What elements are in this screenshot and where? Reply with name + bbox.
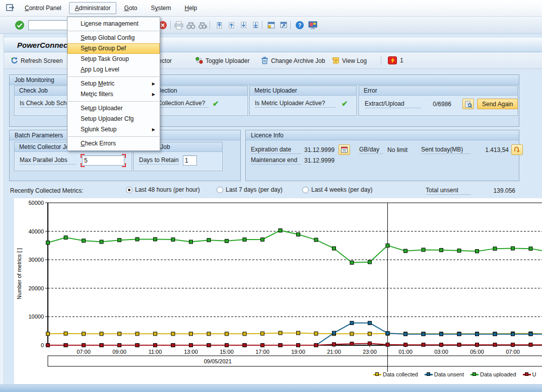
menu-bar-items: Control PanelAdministratorGotoSystemHelp	[19, 2, 205, 14]
administrator-dropdown-menu: License managementSetup Global ConfigSet…	[67, 17, 160, 151]
menu-separator	[68, 101, 159, 102]
menu-item-setup-uploader-cfg[interactable]: Setup Uploader Cfg	[67, 114, 160, 124]
svg-text:09:00: 09:00	[112, 349, 126, 355]
radio-option-last-48-hours-per-hour[interactable]: Last 48 hours (per hour)	[126, 186, 200, 193]
legend-marker-icon	[523, 374, 531, 375]
chart-canvas: 0100002000030000400005000007:0009:0011:0…	[14, 198, 542, 384]
error-subpanel: Error Extract/Upload 0/6986 Send Again	[359, 86, 518, 116]
menu-item-check-errors[interactable]: Check Errors	[67, 138, 160, 149]
menubar-item-goto[interactable]: Goto	[118, 2, 143, 14]
gb-day-label: GB/day	[359, 146, 383, 154]
chart-legend: Data collectedData unsentData uploadedU	[373, 371, 536, 377]
svg-text:05:00: 05:00	[470, 349, 484, 355]
sent-today-label: Sent today(MB)	[421, 146, 470, 154]
change-archive-job-button[interactable]: Change Archive Job	[261, 56, 325, 66]
menubar-item-control-panel[interactable]: Control Panel	[19, 2, 67, 14]
menubar-item-help[interactable]: Help	[178, 2, 203, 14]
find-icon[interactable]	[185, 20, 196, 30]
radio-option-last-4-weeks-per-day[interactable]: Last 4 weeks (per day)	[302, 186, 372, 193]
radio-button[interactable]	[126, 187, 132, 193]
submenu-arrow-icon: ▶	[152, 79, 155, 89]
expiration-date-value: 31.12.9999	[304, 146, 336, 153]
sent-today-value: 1.413,54	[478, 146, 509, 153]
svg-text:01:00: 01:00	[398, 349, 413, 355]
recalculate-icon-button[interactable]	[511, 144, 523, 155]
menubar-item-administrator[interactable]: Administrator	[69, 2, 117, 14]
panel-title: Licence Info	[246, 130, 519, 140]
svg-text:07:00: 07:00	[77, 349, 91, 355]
svg-text:30000: 30000	[28, 257, 44, 263]
radio-button[interactable]	[302, 187, 309, 193]
enter-icon[interactable]	[14, 20, 25, 30]
menu-item-license-management[interactable]: License management	[67, 19, 160, 29]
toolbar-separator	[290, 21, 291, 29]
new-session-icon[interactable]	[266, 20, 277, 30]
menubar-item-system[interactable]: System	[145, 2, 177, 14]
toolbar-separator	[381, 56, 381, 65]
toolbar-separator	[210, 21, 210, 29]
max-parallel-jobs-input[interactable]	[82, 155, 124, 166]
display-errors-icon-button[interactable]	[462, 99, 474, 109]
svg-text:50000: 50000	[28, 200, 44, 206]
refresh-screen-button[interactable]: Refresh Screen	[10, 56, 62, 66]
menu-item-setup-uploader[interactable]: Setup Uploader	[67, 103, 160, 114]
first-page-icon[interactable]	[214, 20, 225, 30]
menu-item-setup-metric[interactable]: Setup Metric▶	[67, 79, 160, 89]
shortcut-icon[interactable]	[278, 20, 289, 30]
radio-option-last-7-days-per-day[interactable]: Last 7 days (per day)	[217, 186, 283, 193]
window-menu-icon[interactable]	[6, 4, 15, 13]
legend-item-data-collected: Data collected	[373, 371, 418, 377]
view-log-button[interactable]: View Log	[331, 56, 367, 66]
error-lightning-badge[interactable]	[388, 56, 397, 64]
toolbar-separator	[170, 21, 171, 29]
svg-text:09/05/2021: 09/05/2021	[204, 358, 232, 364]
menu-item-splunk-setup[interactable]: Splunk Setup▶	[67, 124, 160, 135]
toggle-uploader-button[interactable]: Toggle Uploader	[195, 56, 249, 66]
page-down-icon[interactable]	[238, 20, 249, 30]
expiration-date-label: Expiration date	[251, 146, 301, 154]
print-icon[interactable]	[173, 20, 184, 30]
svg-text:17:00: 17:00	[255, 349, 269, 355]
calendar-icon	[341, 146, 348, 153]
maintenance-end-label: Maintenance end	[251, 156, 301, 165]
metric-uploader-subpanel: Metric Uploader Is Metric Uploader Activ…	[249, 86, 357, 116]
svg-text:10000: 10000	[28, 313, 44, 320]
legend-marker-icon	[373, 374, 381, 375]
menu-bar: Control PanelAdministratorGotoSystemHelp	[0, 0, 542, 17]
log-scroll-icon	[331, 57, 340, 65]
uploader-active-label: Is Metric Uploader Active?	[255, 100, 335, 108]
svg-text:07:00: 07:00	[506, 349, 520, 355]
recently-collected-metrics-bar: Recently Collected Metrics: Last 48 hour…	[9, 185, 519, 197]
menu-separator	[68, 76, 159, 77]
document-search-icon	[465, 101, 472, 108]
svg-text:13:00: 13:00	[184, 349, 198, 355]
send-again-button[interactable]: Send Again	[477, 99, 518, 109]
lightning-icon	[390, 57, 395, 63]
max-parallel-jobs-label: Max Parallel Jobs	[20, 156, 76, 165]
green-check-icon: ✔	[213, 99, 219, 108]
focused-field-indicator	[81, 154, 126, 167]
svg-text:40000: 40000	[28, 228, 44, 234]
menu-item-app-log-level[interactable]: App Log Level	[67, 64, 160, 75]
page-title: PowerConnect	[4, 41, 70, 49]
svg-text:20000: 20000	[28, 285, 44, 291]
subpanel-title: Metric Uploader	[250, 86, 356, 96]
find-next-icon[interactable]	[197, 20, 209, 30]
total-unsent-value: 139.056	[485, 187, 515, 194]
help-icon[interactable]: ?	[294, 20, 305, 30]
last-page-icon[interactable]	[250, 20, 261, 30]
svg-text:19:00: 19:00	[291, 349, 305, 355]
menu-item-setup-group-def[interactable]: Setup Group Def	[67, 43, 160, 54]
window-left-border	[0, 34, 4, 392]
refresh-icon	[10, 56, 18, 66]
menu-item-setup-global-config[interactable]: Setup Global Config	[67, 33, 160, 43]
window-bottom-border	[0, 384, 542, 392]
radio-button[interactable]	[217, 187, 223, 193]
menu-item-setup-task-group[interactable]: Setup Task Group	[67, 54, 160, 64]
days-to-retain-input[interactable]	[183, 155, 197, 166]
calendar-icon-button[interactable]	[338, 144, 350, 155]
days-to-retain-label: Days to Retain	[139, 156, 179, 165]
customize-layout-icon[interactable]	[307, 20, 318, 30]
page-up-icon[interactable]	[226, 20, 237, 30]
menu-item-metric-filters[interactable]: Metric filters▶	[67, 89, 160, 100]
